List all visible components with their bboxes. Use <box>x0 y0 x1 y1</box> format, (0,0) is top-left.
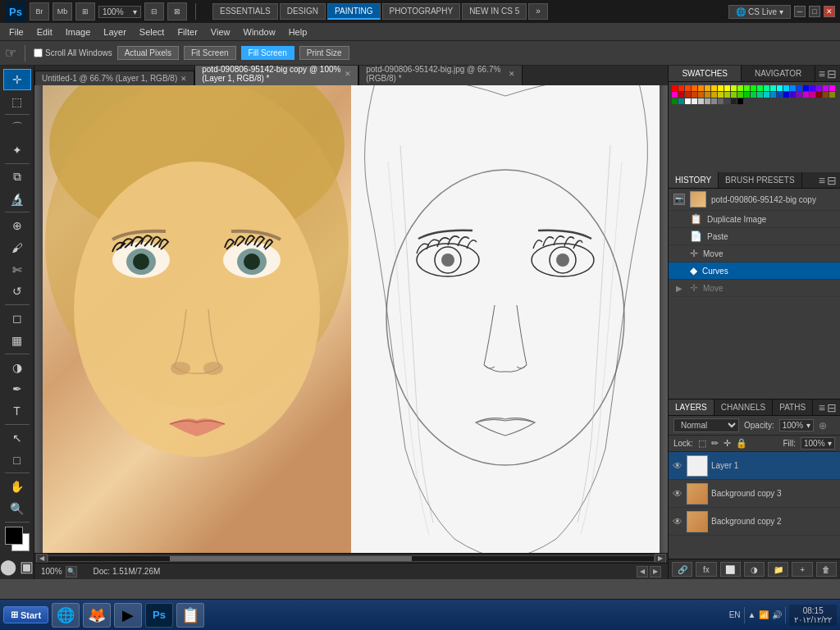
fill-screen-button[interactable]: Fill Screen <box>241 46 294 60</box>
tab-new-in-cs5[interactable]: NEW IN CS 5 <box>462 3 527 20</box>
minibr-button[interactable]: Mb <box>52 2 72 21</box>
swatch-dr2[interactable] <box>685 92 691 98</box>
swatch-dr9[interactable] <box>731 92 737 98</box>
history-item-image[interactable]: 📷 potd-090806-95142-big copy <box>669 189 840 211</box>
swatch-g2[interactable] <box>764 85 769 91</box>
bridge-button[interactable]: Br <box>30 2 49 21</box>
menu-window[interactable]: Window <box>238 25 281 39</box>
add-style-button[interactable]: fx <box>696 562 716 577</box>
swatch-dr23[interactable] <box>823 92 829 98</box>
swatch-yellow[interactable] <box>724 85 730 91</box>
swatch-dr10[interactable] <box>737 92 743 98</box>
taskbar-ie-icon[interactable]: 🌐 <box>52 603 80 628</box>
fill-toggle-icon[interactable]: ⊕ <box>819 420 827 431</box>
swatch-m1[interactable] <box>672 92 678 98</box>
doc-tab-potd-copy[interactable]: potd-090806-95142-big copy @ 100% (Layer… <box>194 66 358 85</box>
menu-edit[interactable]: Edit <box>31 25 58 39</box>
swatch-gray5[interactable] <box>718 98 724 104</box>
swatch-r6[interactable] <box>711 85 717 91</box>
swatch-green[interactable] <box>751 85 756 91</box>
layer-visibility-bg-copy2[interactable]: 👁 <box>672 516 683 527</box>
start-button[interactable]: ⊞ Start <box>3 606 48 623</box>
quick-mask-mode[interactable]: ⬤ <box>0 558 16 576</box>
swatch-magenta[interactable] <box>829 85 835 91</box>
text-tool[interactable]: T <box>3 400 31 422</box>
menu-view[interactable]: View <box>205 25 236 39</box>
swatch-gray3[interactable] <box>705 98 710 104</box>
swatch-red[interactable] <box>672 85 678 91</box>
dodge-tool[interactable]: ◑ <box>3 357 31 378</box>
zoom-display[interactable]: 100% ▾ <box>98 6 141 18</box>
new-adjustment-button[interactable]: ◑ <box>744 562 765 577</box>
tab-history[interactable]: HISTORY <box>669 172 719 188</box>
swatch-g1[interactable] <box>757 85 763 91</box>
swatch-gray7[interactable] <box>731 98 737 104</box>
swatch-dr13[interactable] <box>757 92 763 98</box>
swatch-dr12[interactable] <box>751 92 756 98</box>
swatch-c2[interactable] <box>790 85 796 91</box>
swatch-gray1[interactable] <box>692 98 697 104</box>
panel-collapse-icon[interactable]: ⊟ <box>827 67 837 80</box>
layers-collapse-icon[interactable]: ⊟ <box>827 401 837 414</box>
taskbar-photoshop-icon[interactable]: Ps <box>145 603 173 628</box>
swatch-dr4[interactable] <box>698 92 704 98</box>
scroll-page-left[interactable]: ◀ <box>637 566 648 578</box>
swatch-gray6[interactable] <box>724 98 730 104</box>
swatch-r2[interactable] <box>685 85 691 91</box>
menu-help[interactable]: Help <box>283 25 313 39</box>
swatch-dr8[interactable] <box>724 92 730 98</box>
tab-brush-presets[interactable]: BRUSH PRESETS <box>719 172 801 188</box>
swatch-dr21[interactable] <box>810 92 815 98</box>
swatch-dr19[interactable] <box>797 92 802 98</box>
swatch-dr3[interactable] <box>692 92 697 98</box>
menu-select[interactable]: Select <box>134 25 171 39</box>
canvas-viewport[interactable] <box>34 85 668 553</box>
lasso-tool[interactable]: ⌒ <box>3 117 31 139</box>
layer-item-layer1[interactable]: 👁 Layer 1 <box>669 452 840 480</box>
zoom-info-button[interactable]: 🔍 <box>66 566 77 578</box>
layer-visibility-bg-copy3[interactable]: 👁 <box>672 488 683 500</box>
swatch-g3[interactable] <box>770 85 776 91</box>
swatch-y3[interactable] <box>744 85 750 91</box>
lock-all-icon[interactable]: 🔒 <box>736 438 747 449</box>
tab-essentials[interactable]: ESSENTIALS <box>212 3 278 20</box>
clock-display[interactable]: 08:15 ٢٠١٢/١٢/٢٢ <box>789 605 837 626</box>
eyedropper-tool[interactable]: 🔬 <box>3 189 31 210</box>
swatch-gray2[interactable] <box>698 98 704 104</box>
swatch-dr1[interactable] <box>678 92 684 98</box>
doc-tab-potd-orig[interactable]: potd-090806-95142-big.jpg @ 66.7% (RGB/8… <box>358 66 523 85</box>
color-swatches[interactable] <box>5 527 30 551</box>
pen-tool[interactable]: ✒ <box>3 378 31 399</box>
marquee-tool[interactable]: ⬚ <box>3 91 31 112</box>
tab-design[interactable]: DESIGN <box>280 3 326 20</box>
scroll-thumb-h[interactable] <box>170 556 412 561</box>
brush-tool[interactable]: 🖌 <box>3 237 31 258</box>
swatch-dr14[interactable] <box>764 92 769 98</box>
swatch-dr17[interactable] <box>783 92 789 98</box>
swatch-r3[interactable] <box>692 85 697 91</box>
shape-tool[interactable]: □ <box>3 450 31 471</box>
doc-tab-potd-copy-close[interactable]: ✕ <box>345 70 351 78</box>
tab-layers[interactable]: LAYERS <box>669 399 714 415</box>
move-tool[interactable]: ✛ <box>3 69 31 90</box>
swatch-r7[interactable] <box>718 85 724 91</box>
swatch-dr6[interactable] <box>711 92 717 98</box>
swatch-dr7[interactable] <box>718 92 724 98</box>
swatch-gray4[interactable] <box>711 98 717 104</box>
swatch-r4[interactable] <box>698 85 704 91</box>
layer-item-bg-copy3[interactable]: 👁 Background copy 3 <box>669 480 840 508</box>
menu-filter[interactable]: Filter <box>171 25 203 39</box>
doc-tab-untitled-close[interactable]: ✕ <box>180 75 187 83</box>
swatch-b3[interactable] <box>823 85 829 91</box>
swatch-dr22[interactable] <box>816 92 822 98</box>
tab-painting[interactable]: PAINTING <box>327 3 380 20</box>
swatch-b2[interactable] <box>816 85 822 91</box>
swatch-y2[interactable] <box>737 85 743 91</box>
doc-tab-untitled[interactable]: Untitled-1 @ 66.7% (Layer 1, RGB/8) ✕ <box>34 71 194 85</box>
eraser-tool[interactable]: ◻ <box>3 308 31 329</box>
swatch-r1[interactable] <box>678 85 684 91</box>
scroll-track-h[interactable] <box>48 555 655 562</box>
swatch-white[interactable] <box>685 98 691 104</box>
layer-item-bg-copy2[interactable]: 👁 Background copy 2 <box>669 508 840 536</box>
close-button[interactable]: ✕ <box>824 6 835 17</box>
